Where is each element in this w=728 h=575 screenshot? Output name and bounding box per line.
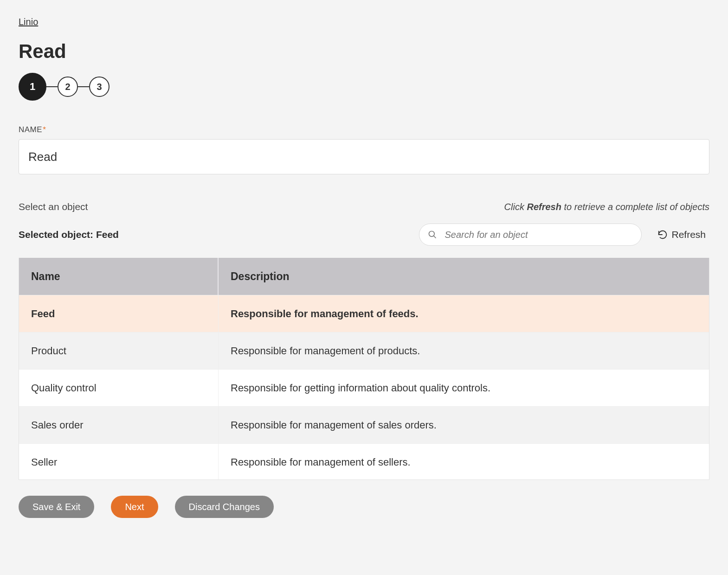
search-icon [428,230,437,239]
cell-description: Responsible for management of sales orde… [219,419,709,431]
refresh-button-label: Refresh [671,229,706,240]
column-header-name[interactable]: Name [19,258,219,295]
stepper: 1 2 3 [19,73,709,101]
cell-description: Responsible for management of feeds. [219,308,709,320]
column-header-description[interactable]: Description [219,270,709,283]
table-row[interactable]: SellerResponsible for management of sell… [19,443,709,479]
refresh-icon [657,230,668,240]
table-body[interactable]: FeedResponsible for management of feeds.… [19,295,709,479]
step-1[interactable]: 1 [19,73,46,101]
breadcrumb-link[interactable]: Linio [19,17,38,27]
discard-changes-button[interactable]: Discard Changes [175,496,274,518]
step-2[interactable]: 2 [58,77,78,97]
name-input[interactable] [19,139,709,174]
select-object-label: Select an object [19,201,88,212]
breadcrumb: Linio [19,17,709,27]
cell-name: Sales order [19,407,219,443]
cell-name: Seller [19,444,219,479]
next-button[interactable]: Next [111,496,158,518]
cell-name: Product [19,332,219,369]
page-title: Read [19,40,709,63]
cell-name: Quality control [19,370,219,406]
required-mark: * [43,125,46,134]
cell-description: Responsible for getting information abou… [219,382,709,394]
svg-point-0 [429,231,435,237]
save-exit-button[interactable]: Save & Exit [19,496,94,518]
table-row[interactable]: ProductResponsible for management of pro… [19,332,709,369]
search-input[interactable] [444,229,633,241]
step-connector [46,86,58,87]
table-row[interactable]: FeedResponsible for management of feeds. [19,295,709,332]
cell-name: Feed [19,295,219,332]
object-table: Name Description FeedResponsible for man… [19,258,709,480]
table-row[interactable]: Sales orderResponsible for management of… [19,406,709,443]
cell-description: Responsible for management of products. [219,345,709,357]
name-field-label: NAME* [19,125,46,134]
refresh-button[interactable]: Refresh [654,226,709,243]
step-3[interactable]: 3 [89,77,110,97]
table-header: Name Description [19,258,709,295]
svg-line-1 [434,236,436,238]
search-field-wrapper[interactable] [419,224,642,246]
table-row[interactable]: Quality controlResponsible for getting i… [19,369,709,406]
step-connector [78,86,89,87]
footer-actions: Save & Exit Next Discard Changes [19,496,709,518]
selected-object-label: Selected object: Feed [19,229,119,240]
cell-description: Responsible for management of sellers. [219,456,709,468]
refresh-hint: Click Refresh to retrieve a complete lis… [504,202,709,212]
